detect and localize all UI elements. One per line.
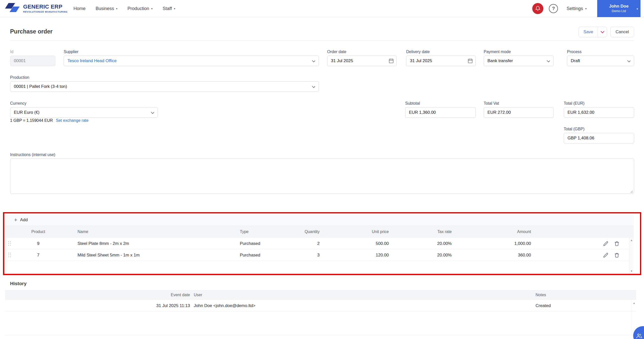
nav-label: Home: [73, 6, 86, 11]
drag-handle-icon[interactable]: [8, 253, 12, 258]
table-row: 31 Jul 2025 11:13 John Doe <john.doe@dem…: [5, 300, 636, 312]
col-notes: Notes: [531, 293, 627, 297]
id-input[interactable]: [10, 56, 55, 66]
id-field-group: Id: [10, 50, 55, 66]
topbar-right-cluster: ? Settings ▾ John Doe Demo Ltd ▾: [532, 0, 644, 17]
question-mark-icon: ?: [552, 6, 555, 11]
settings-menu[interactable]: Settings ▾: [566, 6, 587, 11]
add-item-label: Add: [20, 217, 28, 222]
cell-type: Purchased: [234, 253, 279, 258]
delete-row-button[interactable]: [614, 252, 620, 258]
edit-row-button[interactable]: [603, 252, 609, 258]
settings-label: Settings: [566, 6, 583, 11]
chevron-down-icon: [601, 31, 604, 33]
cell-notes: Created: [531, 303, 627, 308]
set-exchange-rate-link[interactable]: Set exchange rate: [56, 118, 89, 123]
bell-icon: [535, 6, 541, 11]
cell-type: Purchased: [234, 241, 279, 246]
pencil-icon: [603, 253, 608, 258]
cell-event-date: 31 Jul 2025 11:13: [5, 303, 190, 308]
currency-label: Currency: [10, 101, 158, 106]
cell-amount: 360.00: [452, 253, 531, 258]
supplier-label: Supplier: [64, 50, 319, 54]
nav-item-home[interactable]: Home: [73, 6, 86, 11]
cell-quantity: 3: [279, 253, 320, 258]
history-section: Event date User Notes 31 Jul 2025 11:13 …: [5, 290, 636, 335]
chevron-down-icon: [151, 110, 154, 114]
process-select[interactable]: Draft: [567, 56, 634, 66]
save-options-button[interactable]: [598, 27, 607, 37]
production-value: 00001 | Pallet Fork (3-4 ton): [14, 84, 67, 89]
order-items-section: + Add Product Name Type Quantity Unit pr…: [5, 214, 634, 274]
drag-handle-icon[interactable]: [8, 241, 12, 246]
order-date-input[interactable]: [327, 56, 397, 66]
items-table-header: Product Name Type Quantity Unit price Ta…: [5, 226, 634, 238]
instructions-textarea[interactable]: [10, 159, 634, 194]
page-title: Purchase order: [10, 28, 53, 35]
nav-label: Production: [128, 6, 149, 11]
nav-item-business[interactable]: Business ▾: [96, 6, 118, 11]
cancel-button[interactable]: Cancel: [610, 27, 634, 37]
total-eur-field-group: Total (EUR): [564, 101, 634, 118]
col-unit-price: Unit price: [320, 230, 389, 234]
order-date-label: Order date: [327, 50, 397, 54]
edit-row-button[interactable]: [603, 241, 609, 246]
chevron-down-icon: [627, 59, 630, 62]
chevron-down-icon: [312, 59, 315, 62]
items-scrollbar[interactable]: ▲ ▼: [629, 238, 634, 274]
scroll-up-icon[interactable]: ▲: [630, 239, 633, 242]
trash-icon: [614, 241, 619, 246]
production-field-group: Production 00001 | Pallet Fork (3-4 ton): [10, 75, 319, 92]
main-nav: Home Business ▾ Production ▾ Staff ▾: [73, 0, 175, 17]
total-vat-field-group: Total Vat: [484, 101, 554, 118]
logo-icon: [5, 2, 20, 15]
subtotal-field-group: Subtotal: [405, 101, 476, 118]
nav-item-production[interactable]: Production ▾: [128, 6, 153, 11]
people-icon: [636, 333, 642, 338]
payment-mode-select[interactable]: Bank transfer: [484, 56, 554, 66]
delivery-date-input[interactable]: [406, 56, 476, 66]
scroll-down-icon[interactable]: ▼: [630, 270, 633, 273]
supplier-field-group: Supplier Tesco Ireland Head Office: [64, 50, 319, 66]
process-value: Draft: [571, 58, 580, 63]
nav-label: Business: [96, 6, 114, 11]
app-logo[interactable]: GENERIC ERP REVOLUTIONIZE MANUFACTURING: [5, 2, 68, 15]
production-select[interactable]: 00001 | Pallet Fork (3-4 ton): [10, 81, 319, 92]
chevron-down-icon: [547, 59, 550, 62]
exchange-rate-note: 1 GBP = 1.159044 EURSet exchange rate: [10, 118, 89, 123]
cell-name: Mild Steel Sheet 5mm - 1m x 1m: [60, 253, 234, 258]
calendar-icon[interactable]: [389, 58, 394, 63]
production-label: Production: [10, 75, 319, 80]
logo-tagline: REVOLUTIONIZE MANUFACTURING: [23, 11, 68, 13]
delivery-date-field-group: Delivery date: [406, 50, 476, 66]
currency-select[interactable]: EUR Euro (€): [10, 107, 158, 118]
cell-user: John Doe <john.doe@demo.ltd>: [190, 303, 531, 308]
col-event-date: Event date: [5, 293, 190, 297]
process-field-group: Process Draft: [567, 50, 634, 66]
supplier-select[interactable]: Tesco Ireland Head Office: [64, 56, 319, 66]
user-company: Demo Ltd: [612, 9, 626, 13]
total-gbp-input: [564, 133, 634, 143]
payment-mode-label: Payment mode: [484, 50, 554, 54]
col-amount: Amount: [452, 230, 531, 234]
calendar-icon[interactable]: [468, 58, 473, 63]
table-row: 9 Steel Plate 8mm - 2m x 2m Purchased 2 …: [5, 238, 634, 249]
delivery-date-label: Delivery date: [406, 50, 476, 54]
top-navigation-bar: GENERIC ERP REVOLUTIONIZE MANUFACTURING …: [0, 0, 644, 17]
nav-label: Staff: [163, 6, 172, 11]
currency-value: EUR Euro (€): [14, 110, 40, 115]
table-row: 7 Mild Steel Sheet 5mm - 1m x 1m Purchas…: [5, 249, 634, 261]
save-button[interactable]: Save: [579, 27, 598, 37]
user-menu[interactable]: John Doe Demo Ltd ▾: [597, 0, 640, 17]
delete-row-button[interactable]: [614, 241, 620, 246]
help-button[interactable]: ?: [549, 4, 558, 13]
notifications-button[interactable]: [532, 3, 543, 14]
nav-item-staff[interactable]: Staff ▾: [163, 6, 175, 11]
instructions-label: Instructions (internal use): [10, 153, 634, 157]
total-eur-input: [564, 107, 634, 118]
chevron-down-icon: ▾: [585, 7, 587, 10]
divider: [10, 40, 634, 41]
chevron-down-icon: ▾: [116, 7, 118, 10]
add-item-button[interactable]: + Add: [14, 217, 28, 223]
title-actions: Save Cancel: [579, 27, 634, 37]
